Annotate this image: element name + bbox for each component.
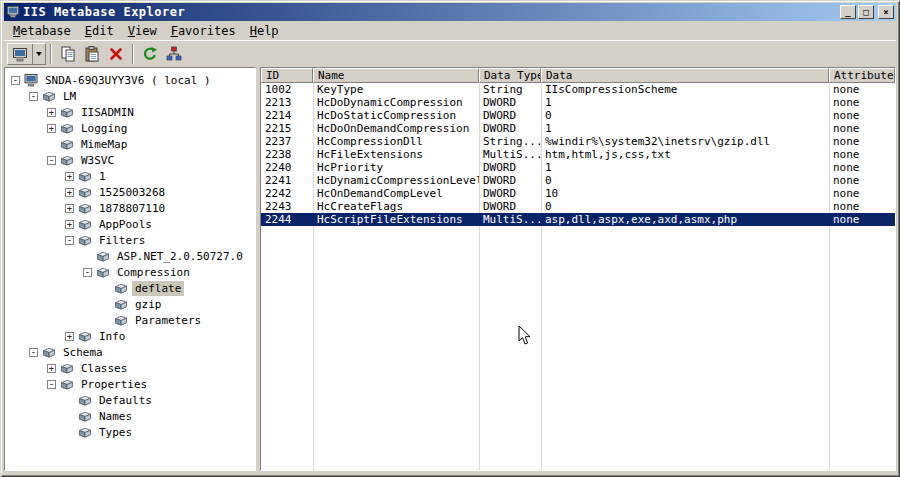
tree-item-1[interactable]: 1 — [5, 168, 255, 184]
expand-minus-icon[interactable] — [11, 76, 20, 85]
table-row[interactable]: 1002 KeyType String IIsCompressionScheme… — [261, 83, 895, 96]
tree-item-w3svc[interactable]: W3SVC — [5, 152, 255, 168]
tree-item-label[interactable]: AppPools — [96, 217, 155, 232]
cell-id: 2244 — [261, 213, 313, 226]
inheritance-button[interactable] — [162, 43, 186, 65]
tree-item-label[interactable]: 1 — [96, 169, 109, 184]
menu-favorites[interactable]: Favorites — [164, 22, 243, 40]
tree-item-label[interactable]: Info — [96, 329, 129, 344]
table-row[interactable]: 2237 HcCompressionDll String... %windir%… — [261, 135, 895, 148]
table-row-selected[interactable]: 2244 HcScriptFileExtensions MultiS... as… — [261, 213, 895, 226]
tree-item-apppools[interactable]: AppPools — [5, 216, 255, 232]
cell-attributes: none — [829, 161, 895, 174]
tree-item-label[interactable]: MimeMap — [78, 137, 130, 152]
column-header-attributes[interactable]: Attributes — [829, 68, 895, 83]
tree-item-label[interactable]: Filters — [96, 233, 148, 248]
connect-button-group — [7, 43, 46, 65]
table-row[interactable]: 2238 HcFileExtensions MultiS... htm,html… — [261, 148, 895, 161]
expand-plus-icon[interactable] — [65, 220, 74, 229]
tree-item-label[interactable]: Logging — [78, 121, 130, 136]
tree-item-label[interactable]: Types — [96, 425, 135, 440]
tree-item-label[interactable]: Compression — [114, 265, 193, 280]
tree-item-schema[interactable]: Schema — [5, 344, 255, 360]
column-header-data-type[interactable]: Data Type — [479, 68, 541, 83]
expand-plus-icon[interactable] — [65, 188, 74, 197]
tree-item-asp-net-2-0-50727-0[interactable]: ASP.NET_2.0.50727.0 — [5, 248, 255, 264]
cell-attributes: none — [829, 148, 895, 161]
copy-button[interactable] — [56, 43, 80, 65]
tree-item-logging[interactable]: Logging — [5, 120, 255, 136]
tree-item-label[interactable]: Parameters — [132, 313, 204, 328]
tree-item-1525003268[interactable]: 1525003268 — [5, 184, 255, 200]
table-row[interactable]: 2213 HcDoDynamicCompression DWORD 1 none — [261, 96, 895, 109]
expand-minus-icon[interactable] — [47, 380, 56, 389]
tree-item-label[interactable]: Names — [96, 409, 135, 424]
tree-item-label[interactable]: IISADMIN — [78, 105, 137, 120]
tree-item-label[interactable]: gzip — [132, 297, 165, 312]
maximize-button[interactable]: □ — [858, 5, 874, 19]
tree-item-mimemap[interactable]: MimeMap — [5, 136, 255, 152]
table-row[interactable]: 2214 HcDoStaticCompression DWORD 0 none — [261, 109, 895, 122]
tree-item-classes[interactable]: Classes — [5, 360, 255, 376]
connect-button[interactable] — [8, 44, 32, 66]
tree-item-label[interactable]: Properties — [78, 377, 150, 392]
column-header-name[interactable]: Name — [313, 68, 479, 83]
expand-plus-icon[interactable] — [47, 124, 56, 133]
tree-item-label[interactable]: 1525003268 — [96, 185, 168, 200]
refresh-button[interactable] — [138, 43, 162, 65]
table-row[interactable]: 2242 HcOnDemandCompLevel DWORD 10 none — [261, 187, 895, 200]
tree-item-properties[interactable]: Properties — [5, 376, 255, 392]
cell-id: 2243 — [261, 200, 313, 213]
paste-button[interactable] — [80, 43, 104, 65]
title-bar[interactable]: IIS Metabase Explorer _ □ × — [4, 3, 896, 21]
table-row[interactable]: 2215 HcDoOnDemandCompression DWORD 1 non… — [261, 122, 895, 135]
expand-minus-icon[interactable] — [83, 268, 92, 277]
tree-item-label[interactable]: LM — [60, 89, 79, 104]
column-header-id[interactable]: ID — [261, 68, 313, 83]
tree-item-deflate[interactable]: deflate — [5, 280, 255, 296]
tree-item-snda-69q3uyy3v6-local[interactable]: SNDA-69Q3UYY3V6 ( local ) — [5, 72, 255, 88]
delete-button[interactable] — [104, 43, 128, 65]
close-button[interactable]: × — [878, 5, 894, 19]
tree-item-label-selected[interactable]: deflate — [132, 281, 184, 296]
tree-item-parameters[interactable]: Parameters — [5, 312, 255, 328]
tree-item-label[interactable]: 1878807110 — [96, 201, 168, 216]
expand-minus-icon[interactable] — [47, 156, 56, 165]
tree-item-defaults[interactable]: Defaults — [5, 392, 255, 408]
tree-item-lm[interactable]: LM — [5, 88, 255, 104]
cell-attributes: none — [829, 200, 895, 213]
menu-metabase[interactable]: Metabase — [6, 22, 78, 40]
tree-item-label[interactable]: W3SVC — [78, 153, 117, 168]
tree-item-types[interactable]: Types — [5, 424, 255, 440]
tree-item-names[interactable]: Names — [5, 408, 255, 424]
expand-plus-icon[interactable] — [65, 204, 74, 213]
app-window: IIS Metabase Explorer _ □ × Metabase Edi… — [0, 0, 900, 477]
expand-minus-icon[interactable] — [65, 236, 74, 245]
expand-minus-icon[interactable] — [29, 92, 38, 101]
table-row[interactable]: 2240 HcPriority DWORD 1 none — [261, 161, 895, 174]
menu-edit[interactable]: Edit — [78, 22, 121, 40]
tree-item-label[interactable]: Defaults — [96, 393, 155, 408]
tree-item-label[interactable]: SNDA-69Q3UYY3V6 ( local ) — [42, 73, 214, 88]
tree-item-1878807110[interactable]: 1878807110 — [5, 200, 255, 216]
expand-plus-icon[interactable] — [65, 172, 74, 181]
tree-item-gzip[interactable]: gzip — [5, 296, 255, 312]
column-header-data[interactable]: Data — [541, 68, 829, 83]
tree-item-label[interactable]: ASP.NET_2.0.50727.0 — [114, 249, 246, 264]
table-row[interactable]: 2243 HcCreateFlags DWORD 0 none — [261, 200, 895, 213]
tree-item-label[interactable]: Classes — [78, 361, 130, 376]
minimize-button[interactable]: _ — [840, 5, 856, 19]
table-row[interactable]: 2241 HcDynamicCompressionLevel DWORD 0 n… — [261, 174, 895, 187]
expand-plus-icon[interactable] — [47, 364, 56, 373]
expand-plus-icon[interactable] — [65, 332, 74, 341]
expand-minus-icon[interactable] — [29, 348, 38, 357]
tree-item-filters[interactable]: Filters — [5, 232, 255, 248]
tree-item-info[interactable]: Info — [5, 328, 255, 344]
connect-dropdown-button[interactable] — [32, 44, 45, 64]
expand-plus-icon[interactable] — [47, 108, 56, 117]
menu-view[interactable]: View — [121, 22, 164, 40]
menu-help[interactable]: Help — [243, 22, 286, 40]
tree-item-compression[interactable]: Compression — [5, 264, 255, 280]
tree-item-iisadmin[interactable]: IISADMIN — [5, 104, 255, 120]
tree-item-label[interactable]: Schema — [60, 345, 106, 360]
